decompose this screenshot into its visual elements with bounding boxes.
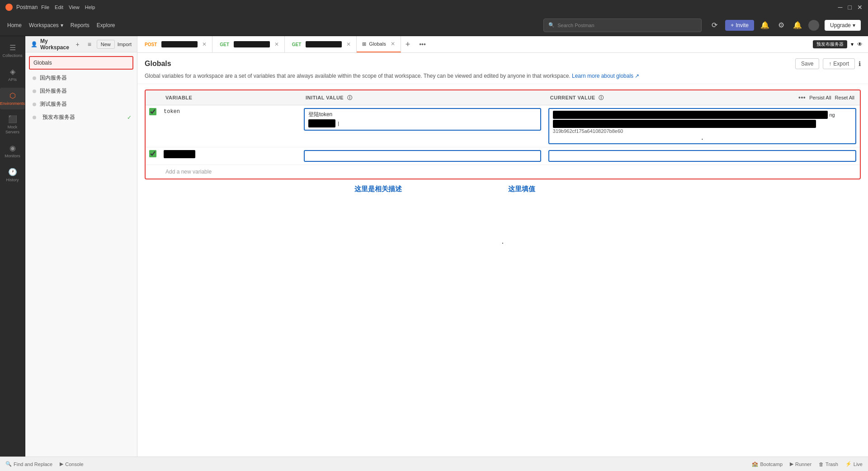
trash-icon: 🗑 xyxy=(819,462,824,467)
console-item[interactable]: ▶ Console xyxy=(60,461,83,467)
row1-checkbox[interactable] xyxy=(149,108,156,115)
runner-item[interactable]: ▶ Runner xyxy=(790,461,811,467)
row2-initial-cell[interactable] xyxy=(300,147,545,165)
sync-icon[interactable]: ⟳ xyxy=(709,20,720,31)
reset-all-button[interactable]: Reset All xyxy=(835,95,854,100)
tab-globals[interactable]: ⊞ Globals ✕ xyxy=(357,36,401,52)
sidebar-item-monitors[interactable]: ◉ Monitors xyxy=(0,140,25,162)
more-tabs-button[interactable]: ••• xyxy=(415,41,430,48)
tab-close-2[interactable]: ✕ xyxy=(274,41,279,47)
sidebar-item-history[interactable]: 🕐 History xyxy=(0,164,25,186)
window-controls: ─ □ ✕ xyxy=(838,4,863,11)
add-tab-button[interactable]: + xyxy=(401,40,415,49)
tab-post-1[interactable]: POST ✕ xyxy=(137,36,212,52)
tab-label-3 xyxy=(306,41,342,47)
main-content: POST ✕ GET ✕ GET ✕ ⊞ Globals ✕ + ••• xyxy=(137,36,868,457)
persist-all-button[interactable]: Persist All xyxy=(809,95,831,100)
page-title: Globals xyxy=(145,60,171,68)
th-initial: INITIAL VALUE ⓘ xyxy=(300,90,545,105)
tab-get-1[interactable]: GET ✕ xyxy=(212,36,285,52)
preview-icon[interactable]: 👁 xyxy=(857,41,863,47)
collections-label: Collections xyxy=(2,53,22,58)
topnav-right: ⟳ + Invite 🔔 ⚙ 🔔 Upgrade ▾ xyxy=(709,20,861,31)
annotation-current-fill: 这里填值 xyxy=(508,185,535,193)
tab-get-2[interactable]: GET ✕ xyxy=(285,36,357,52)
postman-logo xyxy=(5,4,13,11)
find-replace-item[interactable]: 🔍 Find and Replace xyxy=(5,461,52,467)
tab-globals-close[interactable]: ✕ xyxy=(391,41,395,47)
titlebar-menu: File Edit View Help xyxy=(41,5,95,10)
env-item-test[interactable]: 测试服务器 xyxy=(25,98,137,111)
globals-env-item[interactable]: Globals xyxy=(29,56,133,70)
sidebar-item-environments[interactable]: ⬡ Environments xyxy=(0,88,25,110)
menu-help[interactable]: Help xyxy=(85,5,95,10)
variables-table-wrapper: VARIABLE INITIAL VALUE ⓘ CURRENT VALUE ⓘ xyxy=(145,89,861,179)
reports-nav[interactable]: Reports xyxy=(71,22,90,28)
main-layout: ☰ Collections ◈ APIs ⬡ Environments ⬛ Mo… xyxy=(0,36,868,457)
env-dot xyxy=(33,76,36,80)
row2-current-cell[interactable] xyxy=(545,147,860,165)
bootcamp-icon: 🏫 xyxy=(752,461,758,467)
invite-icon: + xyxy=(731,22,734,28)
current-info-icon: ⓘ xyxy=(599,95,604,100)
titlebar: Postman File Edit View Help ─ □ ✕ xyxy=(0,0,868,14)
tab-close-3[interactable]: ✕ xyxy=(346,41,351,47)
env-item-domestic[interactable]: 国内服务器 xyxy=(25,71,137,85)
settings-icon[interactable]: ⚙ xyxy=(776,20,787,31)
new-button[interactable]: New xyxy=(97,40,115,49)
bootcamp-item[interactable]: 🏫 Bootcamp xyxy=(752,461,783,467)
workspace-actions: + ≡ New Import xyxy=(73,40,132,49)
explore-nav[interactable]: Explore xyxy=(97,22,115,28)
menu-view[interactable]: View xyxy=(69,5,80,10)
row1-initial-cell[interactable]: 登陆token | xyxy=(300,105,545,147)
monitors-icon: ◉ xyxy=(9,144,16,152)
content-description: Global variables for a workspace are a s… xyxy=(145,72,861,80)
menu-edit[interactable]: Edit xyxy=(55,5,63,10)
import-button[interactable]: Import xyxy=(118,40,132,49)
info-button[interactable]: ℹ xyxy=(859,60,861,67)
column-more-icon[interactable]: ••• xyxy=(798,94,806,101)
trash-item[interactable]: 🗑 Trash xyxy=(819,462,838,467)
table-row xyxy=(146,147,860,165)
search-bar[interactable]: 🔍 Search Postman xyxy=(543,19,702,32)
notifications-bell-icon[interactable]: 🔔 xyxy=(792,20,803,31)
collections-icon: ☰ xyxy=(9,43,16,52)
sidebar-item-mock-servers[interactable]: ⬛ Mock Servers xyxy=(0,111,25,138)
left-panel-header: 👤 My Workspace + ≡ New Import xyxy=(25,36,137,52)
menu-file[interactable]: File xyxy=(41,5,49,10)
add-variable-row[interactable]: Add a new variable xyxy=(146,165,860,179)
workspaces-nav[interactable]: Workspaces ▾ xyxy=(29,22,63,28)
maximize-icon[interactable]: □ xyxy=(848,4,852,11)
row2-current-input[interactable] xyxy=(548,150,856,162)
filter-button[interactable]: ≡ xyxy=(85,40,94,49)
tab-close-1[interactable]: ✕ xyxy=(202,41,207,47)
invite-button[interactable]: + Invite xyxy=(725,20,754,31)
row1-check-cell xyxy=(146,105,160,147)
close-icon[interactable]: ✕ xyxy=(857,4,863,11)
tag-chevron-icon[interactable]: ▾ xyxy=(851,41,854,47)
export-button[interactable]: ↑ Export xyxy=(823,58,855,69)
sidebar-item-apis[interactable]: ◈ APIs xyxy=(0,64,25,86)
home-nav[interactable]: Home xyxy=(7,22,22,28)
titlebar-left: Postman File Edit View Help xyxy=(5,4,95,11)
save-button[interactable]: Save xyxy=(795,58,819,69)
add-environment-button[interactable]: + xyxy=(73,40,82,49)
upgrade-button[interactable]: Upgrade ▾ xyxy=(825,20,861,31)
learn-more-link[interactable]: Learn more about globals ↗ xyxy=(572,73,639,79)
monitors-label: Monitors xyxy=(5,154,20,159)
avatar[interactable] xyxy=(808,20,819,31)
tab-label-1 xyxy=(161,41,198,47)
env-item-prerelease[interactable]: 预发布服务器 ✓ xyxy=(25,111,137,124)
sidebar-item-collections[interactable]: ☰ Collections xyxy=(0,40,25,62)
row2-checkbox[interactable] xyxy=(149,150,156,157)
add-variable-label[interactable]: Add a new variable xyxy=(160,165,860,179)
row2-initial-input[interactable] xyxy=(304,150,541,162)
minimize-icon[interactable]: ─ xyxy=(838,4,843,11)
row1-current-cell[interactable]: ng 319b962cf175a64108207b8e60 • xyxy=(545,105,860,147)
env-item-foreign[interactable]: 国外服务器 xyxy=(25,85,137,98)
notifications-icon[interactable]: 🔔 xyxy=(760,20,770,31)
table-row: token 登陆token | xyxy=(146,105,860,147)
live-item[interactable]: ⚡ Live xyxy=(845,461,863,467)
env-dot xyxy=(33,116,36,119)
upgrade-chevron-icon: ▾ xyxy=(853,22,855,28)
